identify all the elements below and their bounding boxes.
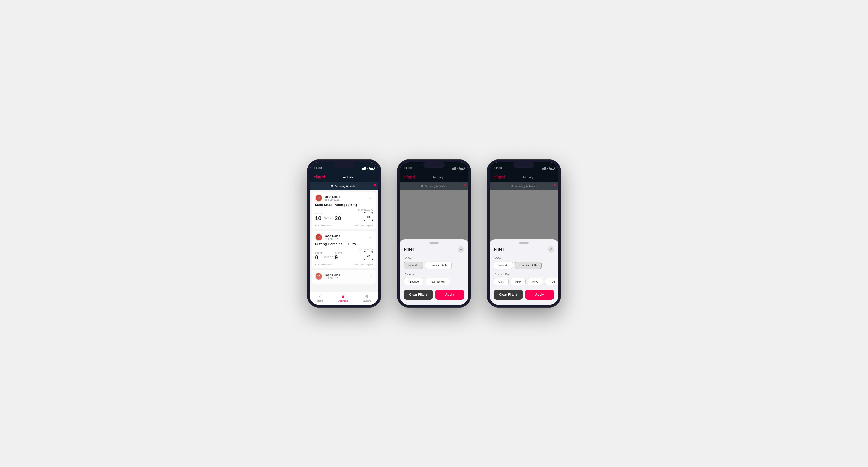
- apply-btn-3[interactable]: Apply: [525, 289, 554, 300]
- user-name-1: Josh Coles: [324, 195, 340, 198]
- capture-label-1: Capture: [363, 300, 371, 302]
- avatar-1: JC: [315, 194, 322, 202]
- out-of-2: OUT OF: [324, 256, 333, 259]
- info-icon-1: ℹ: [315, 224, 316, 227]
- shots-value-2: 9: [335, 255, 342, 260]
- app-header-1: clippd Activity ☰: [310, 173, 378, 182]
- shots-label-2: Shots: [335, 252, 342, 254]
- show-buttons-3: Rounds Practice Drills: [494, 261, 554, 269]
- phone-notch-2: [424, 162, 444, 168]
- rounds-btn-3[interactable]: Rounds: [494, 261, 513, 269]
- quality-block-2: Shot Quality 45: [358, 248, 373, 260]
- nav-activities-1[interactable]: ♟ Activities: [338, 294, 348, 302]
- user-name-3: Josh Coles: [324, 274, 340, 277]
- stats-row-2: Score 0 OUT OF Shots 9 Shot Quality 45: [315, 248, 373, 260]
- more-dots-3[interactable]: ···: [368, 274, 373, 278]
- activities-icon-1: ♟: [341, 294, 345, 299]
- filter-header-2: Filter ✕: [404, 246, 464, 253]
- viewing-banner-1[interactable]: ⚙ Viewing Activities: [310, 182, 378, 190]
- clear-filters-btn-3[interactable]: Clear Filters: [494, 289, 523, 300]
- battery-icon-1: [369, 167, 374, 169]
- user-info-3: JC Josh Coles 28 Feb 2023: [315, 273, 340, 280]
- filter-title-3: Filter: [494, 247, 504, 252]
- practice-drills-btn-3[interactable]: Practice Drills: [515, 261, 541, 269]
- user-details-1: Josh Coles 28 Feb 2023: [324, 195, 340, 201]
- user-details-2: Josh Coles 28 Feb 2023: [324, 234, 340, 240]
- home-label-1: Home: [317, 300, 323, 302]
- close-button-3[interactable]: ✕: [548, 246, 554, 253]
- user-name-2: Josh Coles: [324, 234, 340, 238]
- red-dot-1: [374, 184, 376, 186]
- shots-block-2: Shots 9: [335, 252, 342, 260]
- score-block-2: Score 0: [315, 252, 322, 260]
- filter-overlay-3: Filter ✕ Show Rounds Practice Drills Pra…: [490, 162, 558, 305]
- more-dots-1[interactable]: ···: [368, 196, 373, 200]
- viewing-label-1: Viewing Activities: [335, 185, 357, 188]
- quality-block-1: Shot Quality 75: [358, 209, 373, 221]
- menu-icon-1[interactable]: ☰: [371, 175, 375, 179]
- score-block-1: Score 10: [315, 213, 322, 221]
- more-dots-2[interactable]: ···: [368, 235, 373, 239]
- user-date-2: 28 Feb 2023: [324, 238, 340, 240]
- wifi-icon-1: ▾: [367, 167, 368, 170]
- apply-btn-2[interactable]: Apply: [435, 289, 464, 300]
- phone-notch-1: [334, 162, 355, 168]
- user-info-1: JC Josh Coles 28 Feb 2023: [315, 194, 340, 202]
- card-footer-2: ℹ Test Information Data: Clippd Capture: [315, 262, 373, 266]
- phone-3: 11:33 ▾ clippd Activity: [487, 159, 561, 308]
- practice-round-btn-2[interactable]: Practice: [404, 278, 424, 285]
- activity-title-2: Putting Combine (3-15 ft): [315, 242, 373, 246]
- rounds-label-2: Rounds: [404, 273, 464, 276]
- shots-value-1: 20: [335, 216, 342, 221]
- footer-info-1: ℹ Test Information: [315, 224, 332, 227]
- sheet-handle-3: [519, 243, 529, 244]
- card-header-2: JC Josh Coles 28 Feb 2023 ···: [315, 234, 373, 241]
- close-button-2[interactable]: ✕: [458, 246, 464, 253]
- bottom-nav-1: ⌂ Home ♟ Activities ⊕ Capture: [310, 292, 378, 305]
- status-icons-1: ▾: [362, 167, 374, 170]
- phone-notch-3: [513, 162, 534, 168]
- rounds-buttons-2: Practice Tournament: [404, 278, 464, 285]
- scroll-content-1[interactable]: JC Josh Coles 28 Feb 2023 ··· Must Make …: [310, 190, 378, 292]
- arg-btn-3[interactable]: ARG: [528, 278, 543, 285]
- activity-card-1: JC Josh Coles 28 Feb 2023 ··· Must Make …: [312, 192, 376, 229]
- clear-filters-btn-2[interactable]: Clear Filters: [404, 289, 433, 300]
- filter-actions-2: Clear Filters Apply: [404, 289, 464, 300]
- home-icon-1: ⌂: [319, 294, 321, 299]
- score-value-2: 0: [315, 255, 322, 260]
- out-of-1: OUT OF: [324, 217, 333, 220]
- nav-home-1[interactable]: ⌂ Home: [317, 294, 323, 302]
- score-label-1: Score: [315, 213, 322, 215]
- tournament-btn-2[interactable]: Tournament: [426, 278, 450, 285]
- card-footer-1: ℹ Test Information Data: Clippd Capture: [315, 223, 373, 227]
- practice-drills-btn-2[interactable]: Practice Drills: [425, 261, 452, 269]
- avatar-inner-1: JC: [315, 195, 322, 201]
- ott-btn-3[interactable]: OTT: [494, 278, 508, 285]
- footer-data-1: Data: Clippd Capture: [353, 224, 373, 227]
- show-buttons-2: Rounds Practice Drills: [404, 261, 464, 269]
- putt-btn-3[interactable]: PUTT: [545, 278, 558, 285]
- footer-data-2: Data: Clippd Capture: [353, 263, 373, 266]
- rounds-btn-2[interactable]: Rounds: [404, 261, 423, 269]
- phone-2: 11:33 ▾ clippd Activity: [397, 159, 471, 308]
- phone-3-screen: 11:33 ▾ clippd Activity: [490, 162, 558, 305]
- user-date-3: 28 Feb 2023: [324, 277, 340, 280]
- logo-1: clippd: [313, 175, 325, 180]
- activity-card-2: JC Josh Coles 28 Feb 2023 ··· Putting Co…: [312, 231, 376, 269]
- filter-sheet-3: Filter ✕ Show Rounds Practice Drills Pra…: [490, 239, 558, 305]
- app-btn-3[interactable]: APP: [511, 278, 526, 285]
- footer-info-2: ℹ Test Information: [315, 263, 332, 266]
- quality-label-1: Shot Quality: [358, 209, 373, 211]
- nav-capture-1[interactable]: ⊕ Capture: [363, 294, 371, 302]
- activities-label-1: Activities: [338, 300, 348, 302]
- filter-overlay-2: Filter ✕ Show Rounds Practice Drills Rou…: [400, 162, 468, 305]
- avatar-inner-2: JC: [315, 234, 322, 240]
- drills-label-3: Practice Drills: [494, 273, 554, 276]
- filter-header-3: Filter ✕: [494, 246, 554, 253]
- score-value-1: 10: [315, 216, 322, 221]
- user-date-1: 28 Feb 2023: [324, 198, 340, 201]
- avatar-inner-3: JC: [315, 273, 322, 280]
- shots-block-1: Shots 20: [335, 213, 342, 221]
- score-label-2: Score: [315, 252, 322, 254]
- sheet-handle-2: [429, 243, 439, 244]
